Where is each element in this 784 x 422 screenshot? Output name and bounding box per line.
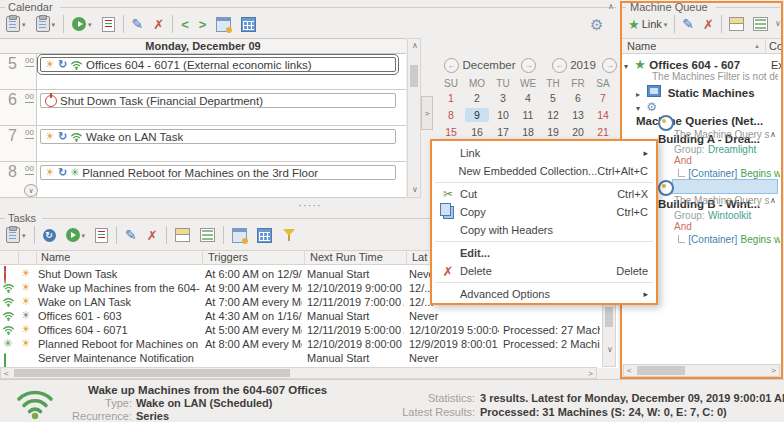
mini-calendar-day[interactable]: 16 bbox=[465, 125, 489, 139]
edit-button[interactable]: ✎ bbox=[130, 16, 146, 32]
mini-calendar-day[interactable]: 11 bbox=[516, 108, 540, 122]
link-button[interactable]: ★ Link ▾ bbox=[626, 17, 669, 32]
mq-hscrollbar[interactable]: < > bbox=[623, 364, 780, 377]
mq-column-name[interactable]: Name bbox=[627, 40, 656, 52]
mini-calendar-day[interactable]: 20 bbox=[566, 125, 590, 139]
expanded-icon[interactable]: ▾ bbox=[624, 62, 628, 71]
show-calendar-button[interactable] bbox=[230, 227, 249, 244]
mini-calendar-day[interactable]: 13 bbox=[566, 108, 590, 122]
day-view[interactable]: 5 00 6 00 7 00 8 00 ☀ ↻ Offices 604 - 60… bbox=[0, 54, 406, 198]
mini-calendar-day[interactable]: 10 bbox=[491, 108, 515, 122]
change-view-button[interactable] bbox=[239, 16, 258, 33]
task-row[interactable]: Server Maintenance Notification Manual S… bbox=[0, 351, 618, 365]
next-appointment-icon[interactable]: ∨ bbox=[24, 184, 38, 197]
mini-calendar-day[interactable]: 15 bbox=[439, 125, 463, 139]
scroll-right-icon[interactable]: > bbox=[588, 370, 593, 378]
mini-calendar-day[interactable]: 12 bbox=[541, 108, 565, 122]
gear-icon[interactable]: ⚙ bbox=[590, 17, 603, 32]
scrollbar-thumb[interactable] bbox=[637, 366, 685, 375]
calendar-event[interactable]: ☀ ↻ ✳ Planned Reboot for Machines on the… bbox=[40, 165, 396, 180]
menu-item-advanced-options[interactable]: Advanced Options ▸ bbox=[432, 285, 656, 303]
mini-calendar-day[interactable]: 1 bbox=[439, 91, 463, 105]
delete-button[interactable]: ✗ bbox=[701, 17, 716, 32]
new-task-button[interactable]: ▾ bbox=[4, 226, 28, 244]
expanded-icon[interactable]: ▾ bbox=[636, 104, 640, 113]
mini-calendar-day[interactable]: 19 bbox=[541, 125, 565, 139]
filter-button[interactable] bbox=[280, 227, 298, 243]
scroll-up-icon[interactable]: ∧ bbox=[412, 42, 418, 50]
mini-calendar-day[interactable]: 5 bbox=[541, 91, 565, 105]
scroll-up-icon[interactable]: ∧ bbox=[608, 3, 614, 11]
calendar-event[interactable]: Shut Down Task (Financial Department) bbox=[40, 93, 396, 108]
mini-calendar-day[interactable]: 4 bbox=[516, 91, 540, 105]
view-report-button[interactable] bbox=[93, 227, 110, 244]
column-header-next-run[interactable]: Next Run Time bbox=[307, 250, 402, 265]
next-year-button[interactable]: → bbox=[602, 58, 617, 73]
run-task-button[interactable]: ▾ bbox=[70, 16, 94, 32]
edit-button[interactable]: ✎ bbox=[123, 227, 139, 243]
scroll-left-icon[interactable]: < bbox=[4, 370, 9, 378]
prev-month-button[interactable]: ← bbox=[444, 58, 459, 73]
wifi-icon bbox=[2, 282, 15, 296]
layout-list-button[interactable] bbox=[751, 16, 770, 32]
scroll-down-icon[interactable]: ∨ bbox=[412, 186, 418, 194]
mini-calendar-day[interactable]: 2 bbox=[465, 91, 489, 105]
edit-button[interactable]: ✎ bbox=[680, 16, 696, 32]
next-month-button[interactable]: → bbox=[521, 58, 536, 73]
mini-calendar-day[interactable]: 17 bbox=[491, 125, 515, 139]
collapsed-icon[interactable]: ▸ bbox=[636, 90, 640, 99]
mini-calendar-day[interactable]: 14 bbox=[591, 108, 615, 122]
panel-splitter[interactable]: ····· bbox=[288, 199, 332, 211]
menu-item-copy[interactable]: Copy Ctrl+C bbox=[432, 203, 656, 221]
goto-date-button[interactable] bbox=[214, 16, 233, 33]
task-row[interactable]: ☀ Offices 601 - 603 At 4:30 AM on 1/16/2… bbox=[0, 309, 618, 323]
dayview-scrollbar[interactable]: ∧ ∨ bbox=[407, 38, 421, 198]
previous-day-button[interactable]: < bbox=[179, 17, 191, 32]
task-row[interactable]: ✳ ☀ Planned Reboot for Machines on the .… bbox=[0, 337, 618, 351]
layout-split-button[interactable] bbox=[727, 16, 746, 32]
mq-column-second[interactable]: Co bbox=[769, 40, 783, 52]
new-appointment-button[interactable]: ▾ bbox=[4, 15, 28, 33]
layout-list-button[interactable] bbox=[198, 227, 217, 243]
menu-item-link[interactable]: Link ▸ bbox=[432, 144, 656, 162]
mini-calendar-day[interactable]: 18 bbox=[516, 125, 540, 139]
scrollbar-thumb[interactable] bbox=[605, 307, 613, 327]
layout-split-button[interactable] bbox=[173, 227, 192, 243]
menu-item-copy-with-headers[interactable]: Copy with Headers bbox=[432, 221, 656, 239]
mini-calendar-day[interactable]: 6 bbox=[566, 91, 590, 105]
scrollbar-thumb[interactable] bbox=[410, 65, 418, 87]
mini-calendar-day[interactable]: 3 bbox=[491, 91, 515, 105]
collapse-icon[interactable]: ∧ bbox=[770, 197, 776, 205]
column-header-triggers[interactable]: Triggers bbox=[205, 250, 300, 265]
mini-calendar-day-selected[interactable]: 9 bbox=[465, 108, 489, 122]
task-row[interactable]: ☀ Offices 604 - 6071 At 5:00 AM every Mo… bbox=[0, 323, 618, 337]
delete-button[interactable]: ✗ bbox=[145, 228, 160, 243]
paste-options-button[interactable]: ▾ bbox=[34, 15, 58, 33]
menu-item-edit[interactable]: Edit... bbox=[432, 244, 656, 262]
calendar-event[interactable]: ☀ ↻ Wake on LAN Task bbox=[40, 129, 396, 144]
view-report-button[interactable] bbox=[100, 16, 117, 33]
mini-calendar-day[interactable]: 7 bbox=[591, 91, 615, 105]
menu-item-new-embedded-collection[interactable]: New Embedded Collection... Ctrl+Alt+C bbox=[432, 162, 656, 180]
next-day-button[interactable]: > bbox=[197, 17, 209, 32]
mini-calendar-day[interactable]: 8 bbox=[439, 108, 463, 122]
tree-row-offices[interactable]: ▾ ★ Offices 604 - 607 bbox=[624, 58, 740, 72]
column-chooser-button[interactable] bbox=[255, 227, 274, 244]
menu-item-cut[interactable]: ✂ Cut Ctrl+X bbox=[432, 185, 656, 203]
scrollbar-thumb[interactable] bbox=[14, 369, 290, 377]
tree-row-static-machines[interactable]: ▸ Static Machines bbox=[636, 85, 755, 100]
run-task-button[interactable]: ▾ bbox=[64, 227, 88, 243]
collapse-icon[interactable]: ∧ bbox=[770, 131, 776, 139]
run-now-button[interactable]: ↻ bbox=[41, 228, 58, 243]
scroll-right-icon[interactable]: > bbox=[771, 367, 776, 375]
calendar-event[interactable]: ☀ ↻ Offices 604 - 6071 (External economi… bbox=[40, 57, 396, 72]
toolbar-overflow-icon[interactable]: ∨ bbox=[775, 20, 781, 28]
scroll-left-icon[interactable]: < bbox=[627, 367, 632, 375]
column-header-name[interactable]: Name bbox=[38, 250, 198, 265]
menu-item-delete[interactable]: ✗ Delete Delete bbox=[432, 262, 656, 280]
tasks-hscrollbar[interactable]: < > bbox=[0, 367, 597, 379]
minicalendar-expander[interactable]: > bbox=[421, 96, 433, 130]
scroll-down-icon[interactable]: ∨ bbox=[607, 346, 613, 354]
mini-calendar-day[interactable]: 21 bbox=[591, 125, 615, 139]
delete-button[interactable]: ✗ bbox=[151, 17, 166, 32]
